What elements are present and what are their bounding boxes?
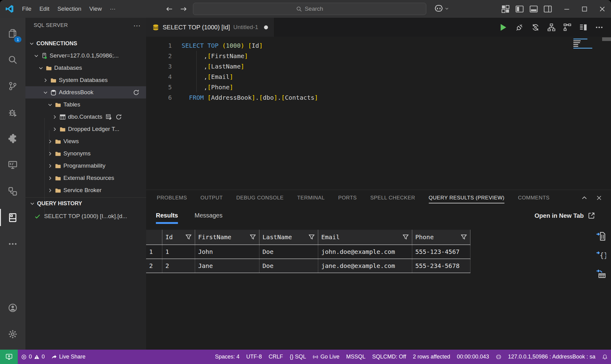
activity-remote-explorer[interactable] xyxy=(0,152,25,178)
funnel-icon[interactable] xyxy=(402,234,409,240)
tree-item-programmability[interactable]: Programmability xyxy=(25,160,146,172)
go-forward-icon[interactable] xyxy=(180,5,187,13)
activity-explorer[interactable]: 1 xyxy=(0,20,25,46)
run-query-icon[interactable] xyxy=(498,23,508,32)
minimap[interactable] xyxy=(573,39,597,50)
code-line-6[interactable]: 6 FROM [AddressBook].[dbo].[Contacts] xyxy=(146,92,611,103)
sidebar-more-actions[interactable]: ··· xyxy=(133,24,141,27)
code-line-3[interactable]: 3 ,[LastName] xyxy=(146,61,611,72)
maximize-panel-icon[interactable] xyxy=(581,195,588,201)
activity-sql-server[interactable] xyxy=(0,204,25,231)
panel-tab-spell-checker[interactable]: SPELL CHECKER xyxy=(370,191,415,205)
cell[interactable]: Doe xyxy=(259,259,318,273)
cell[interactable]: jane.doe@example.com xyxy=(318,259,412,273)
code-line-4[interactable]: 4 ,[Email] xyxy=(146,72,611,82)
menu-view[interactable]: View xyxy=(85,6,106,12)
toggle-query-results-icon[interactable] xyxy=(579,23,587,32)
open-in-new-tab-button[interactable]: Open in New Tab xyxy=(534,212,595,219)
column-header-id[interactable]: Id xyxy=(162,230,195,244)
menu-selection[interactable]: Selection xyxy=(53,6,85,12)
column-header-email[interactable]: Email xyxy=(318,230,412,244)
status-00-00-00-043[interactable]: 00:00:00.043 xyxy=(454,350,492,364)
code-editor[interactable]: 1SELECT TOP (1000) [Id]2 ,[FirstName]3 ,… xyxy=(146,37,611,190)
code-line-5[interactable]: 5 ,[Phone] xyxy=(146,82,611,92)
activity-source-control[interactable] xyxy=(0,73,25,99)
save-as-csv-icon[interactable] xyxy=(596,231,606,241)
activity-search[interactable] xyxy=(0,46,25,73)
tree-item-dropped-ledger-t[interactable]: Dropped Ledger T... xyxy=(25,123,146,135)
tree-item-external-resources[interactable]: External Resources xyxy=(25,172,146,184)
copilot-menu-button[interactable] xyxy=(434,4,449,13)
refresh-icon[interactable] xyxy=(115,114,122,120)
panel-tab-query-results-preview[interactable]: QUERY RESULTS (PREVIEW) xyxy=(429,191,505,205)
funnel-icon[interactable] xyxy=(461,234,467,240)
customize-layout-icon[interactable] xyxy=(501,5,510,13)
go-back-icon[interactable] xyxy=(165,5,173,13)
save-as-excel-icon[interactable] xyxy=(596,269,606,279)
tree-item-databases[interactable]: Databases xyxy=(25,62,146,74)
activity-run-and-debug[interactable] xyxy=(0,99,25,125)
table-edit-icon[interactable] xyxy=(106,114,112,120)
live-share-status[interactable]: Live Share xyxy=(48,350,89,364)
tree-item-dbo-contacts[interactable]: dbo.Contacts xyxy=(25,111,146,123)
disconnect-icon[interactable] xyxy=(515,23,524,32)
activity-database-projects[interactable] xyxy=(0,178,25,204)
tree-item-synonyms[interactable]: Synonyms xyxy=(25,147,146,160)
funnel-icon[interactable] xyxy=(308,234,315,240)
query-history-header[interactable]: QUERY HISTORY xyxy=(25,197,146,209)
remote-indicator[interactable] xyxy=(0,350,18,364)
cell[interactable]: John xyxy=(195,245,259,258)
change-connection-icon[interactable] xyxy=(531,23,540,32)
close-window-button[interactable] xyxy=(593,0,611,18)
cell[interactable]: 1 xyxy=(162,245,195,258)
tree-item-tables[interactable]: Tables xyxy=(25,98,146,111)
menu-more[interactable]: ··· xyxy=(106,6,119,12)
row-number[interactable]: 2 xyxy=(146,259,162,273)
toggle-panel-icon[interactable] xyxy=(529,5,538,13)
cell[interactable]: Doe xyxy=(259,245,318,258)
scrollbar-thumb[interactable] xyxy=(602,37,611,41)
column-header-lastname[interactable]: LastName xyxy=(259,230,318,244)
tree-item-server-127-0-0-1-50986[interactable]: Server=127.0.0.1,50986;... xyxy=(25,50,146,62)
funnel-icon[interactable] xyxy=(185,234,192,240)
status-mssql[interactable]: MSSQL xyxy=(343,350,369,364)
panel-tab-debug-console[interactable]: DEBUG CONSOLE xyxy=(236,191,284,205)
status-sql[interactable]: {} SQL xyxy=(286,350,309,364)
enable-actual-plan-icon[interactable] xyxy=(563,23,571,32)
status-127-0-0-1-50986-addressbook-sa[interactable]: 127.0.0.1,50986 : AddressBook : sa xyxy=(505,350,599,364)
unsaved-changes-dot[interactable] xyxy=(264,25,268,29)
status-crlf[interactable]: CRLF xyxy=(265,350,286,364)
status-copilot[interactable] xyxy=(492,350,505,364)
cell[interactable]: 555-123-4567 xyxy=(412,245,470,258)
results-tab[interactable]: Results xyxy=(156,212,178,224)
row-number[interactable]: 1 xyxy=(146,245,162,258)
tree-item-service-broker[interactable]: Service Broker xyxy=(25,184,146,196)
status-spaces-4[interactable]: Spaces: 4 xyxy=(212,350,243,364)
more-actions-icon[interactable] xyxy=(595,23,603,32)
estimated-plan-icon[interactable] xyxy=(547,23,556,32)
panel-tab-ports[interactable]: PORTS xyxy=(338,191,357,205)
panel-tab-problems[interactable]: PROBLEMS xyxy=(157,191,187,205)
toggle-secondary-sidebar-icon[interactable] xyxy=(543,5,552,13)
status-sqlcmd-off[interactable]: SQLCMD: Off xyxy=(369,350,409,364)
column-header-phone[interactable]: Phone xyxy=(412,230,470,244)
save-as-json-icon[interactable]: {} xyxy=(596,250,606,260)
code-line-1[interactable]: 1SELECT TOP (1000) [Id] xyxy=(146,40,611,51)
editor-tab-untitled-1[interactable]: SELECT TOP (1000) [Id] Untitled-1 xyxy=(146,18,274,37)
maximize-window-button[interactable] xyxy=(575,0,593,18)
minimize-window-button[interactable] xyxy=(558,0,575,18)
activity-accounts[interactable] xyxy=(0,295,25,321)
panel-tab-comments[interactable]: COMMENTS xyxy=(518,191,549,205)
status-go-live[interactable]: Go Live xyxy=(309,350,343,364)
status-2-rows-affected[interactable]: 2 rows affected xyxy=(409,350,454,364)
command-center-search[interactable]: Search xyxy=(193,3,426,15)
refresh-icon[interactable] xyxy=(133,89,139,96)
activity-additional-views[interactable] xyxy=(0,231,25,257)
close-panel-icon[interactable] xyxy=(596,195,602,201)
tree-item-system-databases[interactable]: System Databases xyxy=(25,74,146,86)
cell[interactable]: Jane xyxy=(195,259,259,273)
activity-manage-settings[interactable] xyxy=(0,321,25,347)
query-history-item[interactable]: SELECT TOP (1000) [I...ok].[d... xyxy=(25,210,146,222)
cell[interactable]: john.doe@example.com xyxy=(318,245,412,258)
status-bell[interactable] xyxy=(599,350,611,364)
